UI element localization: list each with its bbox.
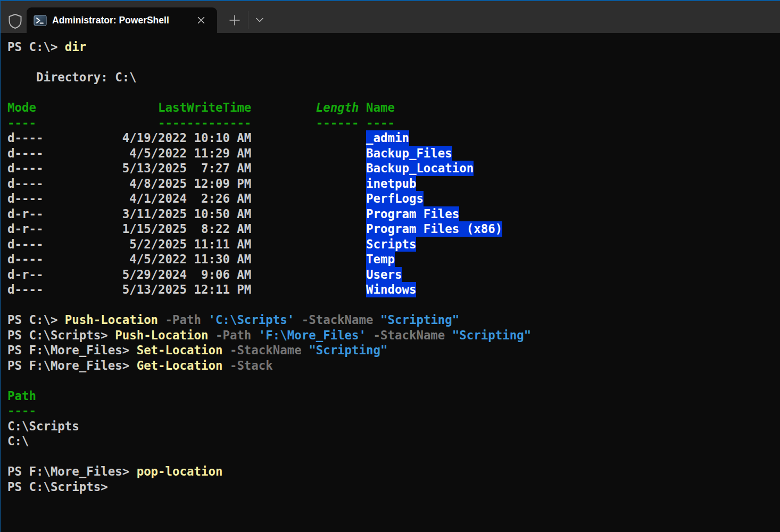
selected-name: Program Files (x86) bbox=[366, 221, 502, 237]
text-segment: -Path bbox=[165, 313, 209, 327]
text-segment: Mode bbox=[7, 101, 36, 114]
text-segment: d---- 5/2/2025 11:11 AM bbox=[7, 237, 366, 251]
text-segment: PS F:\More_Files> bbox=[7, 464, 137, 478]
text-segment: -StackName bbox=[230, 343, 309, 357]
selected-name: Windows bbox=[366, 282, 416, 297]
text-segment: 'C:\Scripts' bbox=[208, 313, 301, 327]
text-segment: d-r-- 3/11/2025 10:50 AM bbox=[7, 207, 366, 221]
text-segment: Directory: C:\ bbox=[7, 70, 137, 84]
close-icon[interactable] bbox=[196, 15, 206, 25]
text-segment: pop-location bbox=[137, 464, 223, 478]
text-segment: PS C:\> bbox=[7, 313, 65, 327]
terminal-line: Path bbox=[7, 388, 780, 404]
titlebar: Administrator: PowerShell bbox=[1, 1, 780, 33]
terminal-line: d-r-- 5/29/2024 9:06 AM Users bbox=[7, 267, 780, 282]
text-segment: "Scripting" bbox=[452, 328, 531, 342]
text-segment: -StackName bbox=[374, 328, 452, 342]
text-segment: PS C:\Scripts> bbox=[7, 328, 115, 342]
text-segment: -Stack bbox=[230, 359, 273, 372]
text-segment bbox=[36, 116, 158, 130]
text-segment: d---- 5/13/2025 7:27 AM bbox=[7, 161, 366, 175]
selected-name: Backup_Files bbox=[366, 146, 452, 161]
text-segment: d-r-- 1/15/2025 8:22 AM bbox=[7, 222, 366, 236]
text-segment: Set-Location bbox=[137, 343, 230, 357]
terminal-content[interactable]: PS C:\> dir Directory: C:\ Mode LastWrit… bbox=[1, 33, 780, 532]
text-segment bbox=[36, 101, 158, 114]
text-segment: d---- 4/1/2024 2:26 AM bbox=[7, 192, 366, 205]
text-segment: "Scripting" bbox=[380, 313, 459, 327]
terminal-line: Directory: C:\ bbox=[7, 70, 780, 85]
new-tab-button[interactable] bbox=[225, 7, 245, 33]
plus-icon bbox=[229, 14, 240, 26]
text-segment: Get-Location bbox=[137, 359, 230, 372]
text-segment: 'F:\More_Files' bbox=[259, 328, 374, 342]
text-segment: PS F:\More_Files> bbox=[7, 359, 137, 372]
text-segment: ------------- bbox=[158, 116, 251, 130]
text-segment bbox=[251, 101, 316, 114]
terminal-line: d---- 5/2/2025 11:11 AM Scripts bbox=[7, 237, 780, 252]
terminal-line: PS C:\Scripts> bbox=[7, 479, 780, 495]
terminal-line: PS C:\> dir bbox=[7, 39, 780, 55]
terminal-line: PS F:\More_Files> pop-location bbox=[7, 464, 780, 479]
text-segment: Path bbox=[7, 389, 36, 403]
text-segment: LastWriteTime bbox=[158, 101, 251, 114]
selected-name: Temp bbox=[366, 252, 395, 267]
terminal-line: PS F:\More_Files> Get-Location -Stack bbox=[7, 358, 780, 373]
powershell-icon bbox=[34, 14, 47, 27]
text-segment: d---- 5/13/2025 12:11 PM bbox=[7, 282, 366, 296]
text-segment: Push-Location bbox=[115, 328, 215, 342]
tab-dropdown-button[interactable] bbox=[251, 7, 269, 33]
text-segment: d-r-- 5/29/2024 9:06 AM bbox=[7, 268, 366, 281]
text-segment: Push-Location bbox=[65, 313, 165, 327]
selected-name: _admin bbox=[366, 130, 409, 146]
text-segment: d---- 4/8/2025 12:09 PM bbox=[7, 177, 366, 190]
text-segment: PS F:\More_Files> bbox=[7, 343, 137, 357]
tab-powershell[interactable]: Administrator: PowerShell bbox=[27, 7, 217, 33]
terminal-line bbox=[7, 85, 780, 101]
selected-name: Program Files bbox=[366, 206, 459, 222]
text-segment bbox=[251, 116, 316, 130]
text-segment: C:\Scripts bbox=[7, 419, 79, 433]
terminal-line: d---- 4/19/2022 10:10 AM _admin bbox=[7, 130, 780, 146]
text-segment: ---- bbox=[7, 116, 36, 130]
text-segment: Length bbox=[316, 101, 359, 114]
text-segment: -Path bbox=[215, 328, 259, 342]
text-segment: C:\ bbox=[7, 434, 29, 448]
text-segment: ---- bbox=[7, 404, 36, 418]
terminal-line: C:\ bbox=[7, 434, 780, 449]
admin-shield-icon bbox=[8, 13, 22, 29]
chevron-down-icon bbox=[255, 18, 264, 23]
text-segment: "Scripting" bbox=[309, 343, 387, 357]
text-segment: Name bbox=[366, 101, 395, 114]
terminal-line: Mode LastWriteTime Length Name bbox=[7, 100, 780, 115]
terminal-line bbox=[7, 373, 780, 388]
terminal-line: d---- 5/13/2025 7:27 AM Backup_Location bbox=[7, 161, 780, 176]
terminal-line: ---- ------------- ------ ---- bbox=[7, 115, 780, 131]
terminal-line: C:\Scripts bbox=[7, 419, 780, 434]
titlebar-separator bbox=[248, 11, 248, 29]
selected-name: PerfLogs bbox=[366, 191, 424, 206]
tab-title: Administrator: PowerShell bbox=[52, 15, 169, 26]
selected-name: inetpub bbox=[366, 176, 416, 192]
text-segment bbox=[359, 116, 366, 130]
terminal-line: d---- 4/8/2025 12:09 PM inetpub bbox=[7, 176, 780, 192]
text-segment: d---- 4/5/2022 11:29 AM bbox=[7, 146, 366, 160]
text-segment: ------ bbox=[316, 116, 359, 130]
terminal-line: d---- 4/1/2024 2:26 AM PerfLogs bbox=[7, 191, 780, 206]
terminal-line: d-r-- 1/15/2025 8:22 AM Program Files (x… bbox=[7, 221, 780, 237]
terminal-line: PS F:\More_Files> Set-Location -StackNam… bbox=[7, 343, 780, 358]
text-segment: -StackName bbox=[302, 313, 380, 327]
terminal-line: d---- 5/13/2025 12:11 PM Windows bbox=[7, 282, 780, 297]
terminal-line bbox=[7, 55, 780, 70]
selected-name: Scripts bbox=[366, 237, 416, 252]
text-segment: d---- 4/5/2022 11:30 AM bbox=[7, 252, 366, 266]
text-segment bbox=[359, 101, 366, 114]
text-segment: PS C:\Scripts> bbox=[7, 480, 108, 494]
text-segment: dir bbox=[65, 40, 86, 54]
terminal-line: d---- 4/5/2022 11:29 AM Backup_Files bbox=[7, 146, 780, 161]
terminal-line bbox=[7, 449, 780, 464]
text-segment: ---- bbox=[366, 116, 395, 130]
selected-name: Backup_Location bbox=[366, 161, 474, 176]
selected-name: Users bbox=[366, 267, 402, 282]
terminal-window: Administrator: PowerShell PS C:\> dir Di… bbox=[0, 0, 780, 532]
